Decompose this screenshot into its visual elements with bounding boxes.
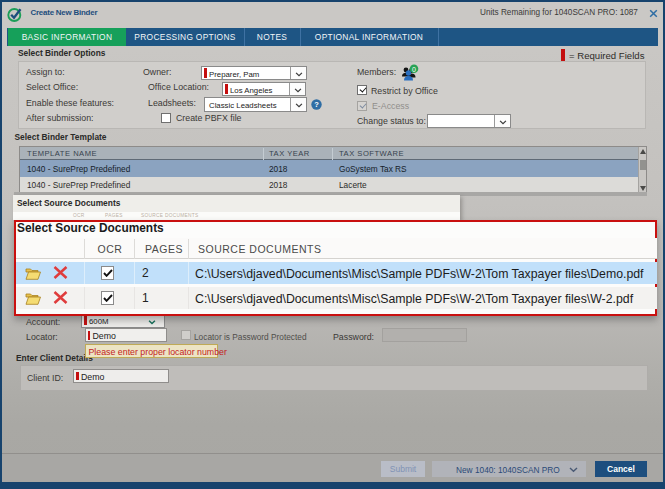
svg-text:?: ? bbox=[314, 100, 319, 109]
svg-text:0: 0 bbox=[412, 66, 416, 73]
